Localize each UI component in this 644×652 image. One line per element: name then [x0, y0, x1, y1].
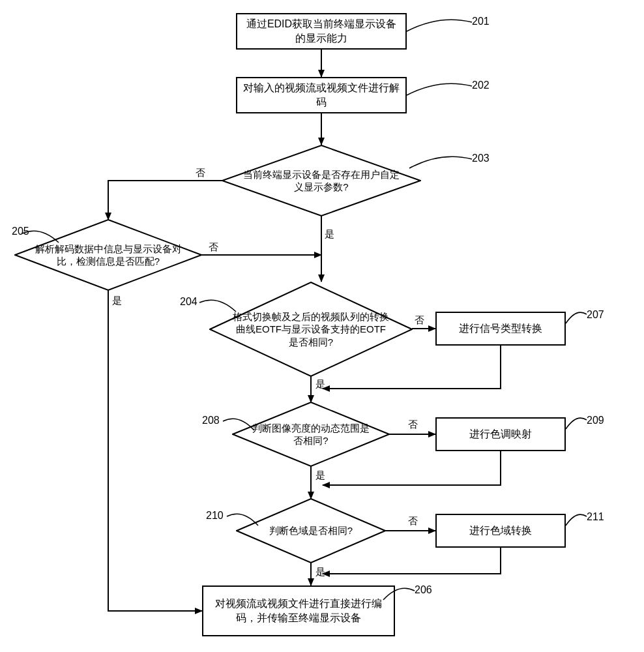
edge-204-no: 否 — [415, 314, 424, 327]
arrows-layer — [0, 0, 644, 652]
edge-208-no: 否 — [408, 419, 418, 431]
edge-210-yes: 是 — [315, 566, 325, 578]
edge-203-yes: 是 — [325, 228, 334, 241]
edge-204-yes: 是 — [315, 378, 325, 391]
edge-208-yes: 是 — [315, 469, 325, 482]
flowchart-canvas: 通过EDID获取当前终端显示设备的显示能力 对输入的视频流或视频文件进行解码 进… — [0, 0, 644, 652]
edge-205-yes: 是 — [112, 295, 122, 307]
edge-205-no: 否 — [209, 241, 218, 254]
edge-203-no: 否 — [196, 167, 205, 179]
edge-210-no: 否 — [408, 515, 418, 527]
